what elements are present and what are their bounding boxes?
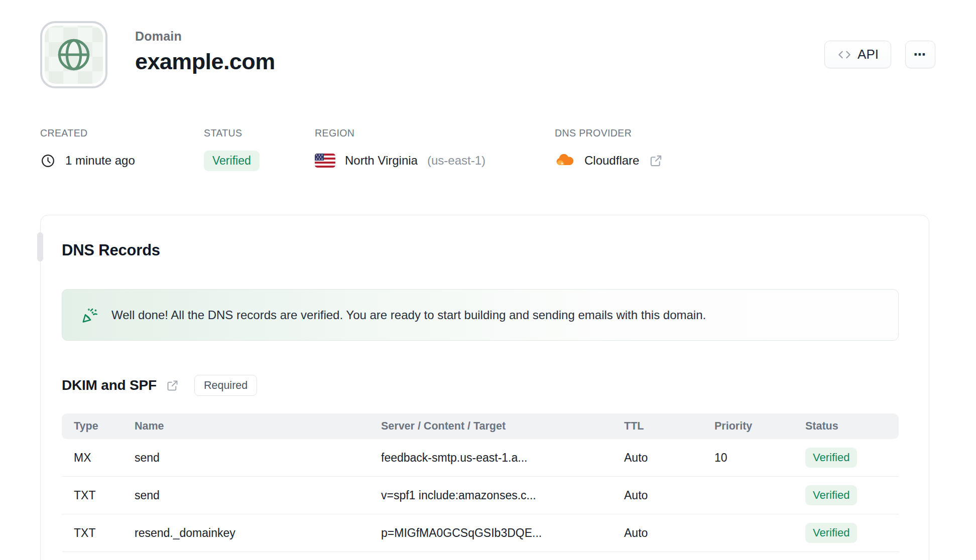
col-name: Name [135,420,381,433]
dkim-spf-section-header: DKIM and SPF Required [62,375,257,396]
ellipsis-icon: ⋯ [914,47,927,62]
cell-ttl: Auto [624,451,714,465]
cell-ttl: Auto [624,526,714,540]
cell-type: MX [74,451,135,465]
success-banner-text: Well done! All the DNS records are verif… [111,308,706,322]
dns-records-title: DNS Records [62,241,160,259]
domain-detail-page: Domain example.com API ⋯ CREATED 1 minut… [0,0,976,560]
status-label: STATUS [204,127,260,139]
region-name: North Virginia [345,154,418,168]
cell-type: TXT [74,489,135,502]
col-content: Server / Content / Target [381,420,624,433]
cloudflare-icon [555,154,575,167]
row-status-badge: Verified [805,523,857,543]
domain-avatar [40,21,107,88]
api-button[interactable]: API [824,41,891,68]
row-status-badge: Verified [805,485,857,505]
row-status-badge: Verified [805,448,857,468]
page-title: example.com [135,49,275,75]
meta-created: CREATED 1 minute ago [40,127,135,172]
cell-priority: 10 [714,451,805,465]
table-row: TXT send v=spf1 include:amazonses.c... A… [62,477,899,514]
globe-icon [54,35,94,75]
dkim-spf-title: DKIM and SPF [62,377,157,393]
col-status: Status [805,420,899,433]
meta-region: REGION North Virginia [315,127,485,172]
cell-type: TXT [74,526,135,540]
table-row: MX send feedback-smtp.us-east-1.a... Aut… [62,439,899,477]
meta-status: STATUS Verified [204,127,260,172]
created-label: CREATED [40,127,135,139]
cell-name: resend._domainkey [135,526,381,540]
cell-content: v=spf1 include:amazonses.c... [381,489,624,502]
cell-ttl: Auto [624,489,714,502]
meta-dns-provider: DNS PROVIDER Cloudflare [555,127,663,172]
domain-avatar-pattern [45,26,103,84]
created-value: 1 minute ago [65,154,135,168]
cell-name: send [135,451,381,465]
region-label: REGION [315,127,485,139]
status-badge: Verified [204,151,260,171]
cell-name: send [135,489,381,502]
clock-icon [40,153,56,169]
required-badge: Required [194,375,257,396]
region-code: (us-east-1) [427,154,485,168]
dkim-external-link-icon[interactable] [166,379,179,392]
dns-provider-label: DNS PROVIDER [555,127,663,139]
table-row: TXT resend._domainkey p=MIGfMA0GCSqGSIb3… [62,514,899,552]
cell-content: p=MIGfMA0GCSqGSIb3DQE... [381,526,624,540]
col-priority: Priority [714,420,805,433]
col-type: Type [74,420,135,433]
code-icon [837,47,852,62]
api-button-label: API [858,47,879,62]
party-popper-icon [81,306,99,324]
cell-content: feedback-smtp.us-east-1.a... [381,451,624,465]
success-banner: Well done! All the DNS records are verif… [62,289,899,341]
section-accent-pill [37,232,43,261]
page-title-block: Domain example.com [135,29,275,75]
more-button[interactable]: ⋯ [905,41,935,68]
us-flag-icon [315,154,335,168]
col-ttl: TTL [624,420,714,433]
dns-records-table: Type Name Server / Content / Target TTL … [62,413,899,552]
external-link-icon[interactable] [649,154,663,168]
table-header-row: Type Name Server / Content / Target TTL … [62,413,899,439]
page-kicker: Domain [135,29,275,44]
dns-provider-value: Cloudflare [584,154,639,168]
header-actions: API ⋯ [824,41,935,68]
dns-records-card: DNS Records Well done! All the DNS recor… [40,215,929,560]
